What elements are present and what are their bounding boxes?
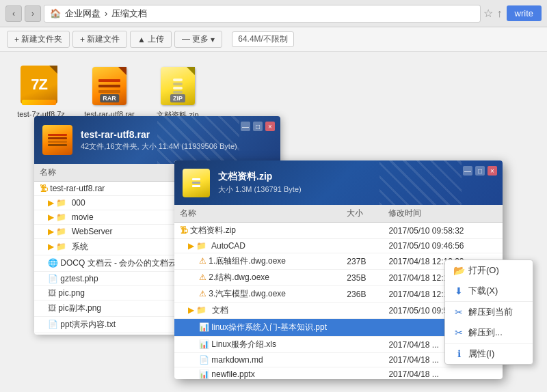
file-item-7z[interactable]: 7Z test-7z-utf8.7z	[14, 66, 68, 121]
forward-button[interactable]: ›	[25, 5, 41, 22]
open-icon: 📂	[453, 265, 464, 276]
file-icon-zip: ZIP	[157, 66, 198, 107]
upload-icon: ▲	[137, 35, 146, 44]
up-button[interactable]: ↑	[497, 8, 503, 20]
star-button[interactable]: ☆	[483, 7, 493, 20]
new-file-button[interactable]: + 新建文件	[72, 31, 127, 48]
file-icon-rar: RAR	[89, 66, 130, 107]
new-folder-label: 新建文件夹	[21, 33, 62, 45]
table-row[interactable]: ▶ 📁 AutoCAD 2017/05/10 09:46:56	[174, 239, 503, 253]
path-part1: 企业网盘	[65, 8, 101, 20]
context-menu: 📂 打开(O) ⬇ 下载(X) ✂ 解压到当前 ✂ 解压到... ℹ 属性(I)	[444, 260, 533, 365]
close-button[interactable]: ×	[265, 122, 275, 131]
rar-window-header: — □ × test-rar-utf8.rar 42文件,16文件夹, 大小 1…	[34, 116, 280, 164]
home-icon: 🏠	[50, 8, 61, 18]
zip-maximize-button[interactable]: □	[475, 166, 485, 176]
menu-open-label: 打开(O)	[468, 264, 499, 277]
zip-window-subtitle: 大小 1.3M (136791 Byte)	[218, 184, 302, 195]
path-part2: 压缩文档	[111, 8, 147, 20]
new-file-icon: +	[80, 35, 85, 44]
file-item-rar[interactable]: RAR test-rar-utf8.rar	[82, 66, 137, 121]
download-icon: ⬇	[453, 285, 464, 296]
zip-minimize-button[interactable]: —	[463, 166, 472, 176]
back-button[interactable]: ‹	[5, 5, 22, 22]
nav-right: ☆ ↑ write	[483, 5, 542, 21]
minimize-button[interactable]: —	[241, 122, 250, 131]
menu-download-label: 下载(X)	[468, 285, 498, 297]
nav-path: 🏠 企业网盘 › 压缩文档	[44, 5, 481, 23]
upload-button[interactable]: ▲ 上传	[130, 31, 172, 48]
zip-col-mtime: 修改时间	[383, 205, 481, 223]
menu-item-extract-here[interactable]: ✂ 解压到当前	[445, 302, 533, 322]
file-icon-7z: 7Z	[21, 66, 62, 107]
toolbar: + 新建文件夹 + 新建文件 ▲ 上传 — 更多 ▾ 64.4M/不限制	[0, 27, 547, 52]
zip-window-header: — □ × 文档资料.zip 大小 1.3M (136791 Byte)	[174, 160, 503, 205]
menu-item-properties[interactable]: ℹ 属性(I)	[445, 344, 533, 364]
extract-here-icon: ✂	[453, 307, 464, 318]
new-file-label: 新建文件	[87, 33, 120, 45]
write-button[interactable]: write	[507, 5, 542, 21]
menu-item-download[interactable]: ⬇ 下载(X)	[445, 281, 533, 301]
chevron-down-icon: ▾	[211, 35, 215, 44]
nav-bar: ‹ › 🏠 企业网盘 › 压缩文档 ☆ ↑ write	[0, 0, 547, 27]
storage-text: 64.4M/不限制	[238, 34, 288, 44]
new-folder-button[interactable]: + 新建文件夹	[7, 31, 70, 48]
zip-close-button[interactable]: ×	[488, 166, 497, 176]
zip-header-info: 文档资料.zip 大小 1.3M (136791 Byte)	[218, 171, 302, 195]
file-item-zip[interactable]: ZIP 文档资料.zip	[150, 66, 205, 121]
menu-properties-label: 属性(I)	[468, 348, 494, 360]
zip-window-title: 文档资料.zip	[218, 171, 302, 183]
storage-info: 64.4M/不限制	[232, 31, 294, 47]
zip-big-icon	[183, 169, 210, 197]
menu-item-extract-to[interactable]: ✂ 解压到...	[445, 322, 533, 343]
more-button[interactable]: — 更多 ▾	[174, 31, 222, 48]
menu-extract-here-label: 解压到当前	[468, 306, 513, 318]
table-row[interactable]: 🗜 文档资料.zip 2017/05/10 09:58:32	[174, 223, 503, 239]
more-label: — 更多	[182, 33, 209, 45]
zip-col-name: 名称	[174, 205, 341, 223]
zip-col-size: 大小	[341, 205, 383, 223]
extract-to-icon: ✂	[453, 327, 464, 338]
new-folder-icon: +	[14, 35, 19, 44]
menu-extract-to-label: 解压到...	[468, 326, 503, 339]
menu-item-open[interactable]: 📂 打开(O)	[445, 260, 533, 281]
table-row[interactable]: 📊 newfile.pptx 2017/04/18 ...	[174, 367, 503, 380]
path-separator: ›	[105, 8, 107, 18]
zip-window-controls: — □ ×	[463, 166, 497, 176]
rar-big-icon	[42, 125, 72, 155]
zip-col-actions	[481, 205, 503, 223]
maximize-button[interactable]: □	[253, 122, 263, 131]
properties-icon: ℹ	[453, 348, 464, 359]
rar-window-controls: — □ ×	[241, 122, 275, 131]
upload-label: 上传	[148, 33, 164, 45]
